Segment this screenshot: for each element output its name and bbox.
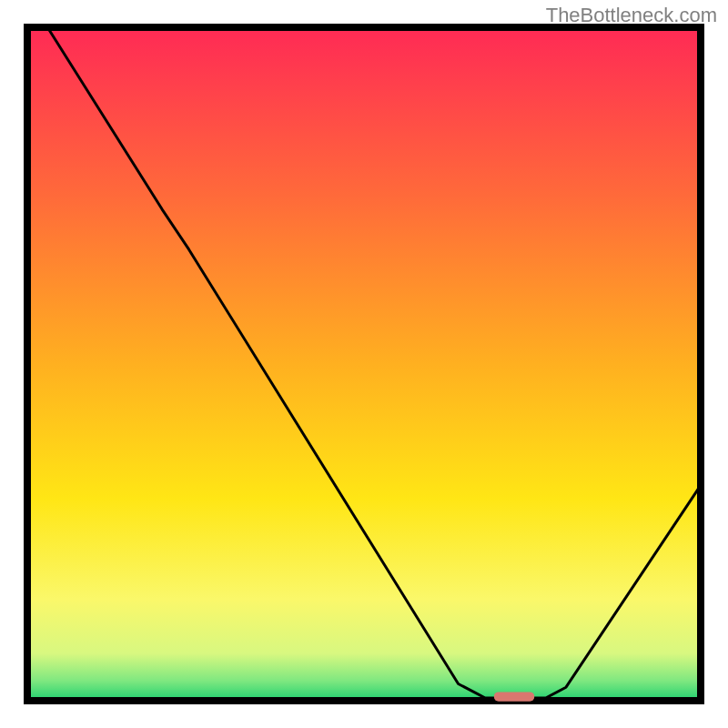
chart-container: TheBottleneck.com [0, 0, 728, 728]
bottleneck-chart [0, 0, 728, 728]
plot-background [27, 27, 701, 701]
attribution-label: TheBottleneck.com [546, 4, 717, 27]
optimal-zone-marker [494, 692, 534, 701]
